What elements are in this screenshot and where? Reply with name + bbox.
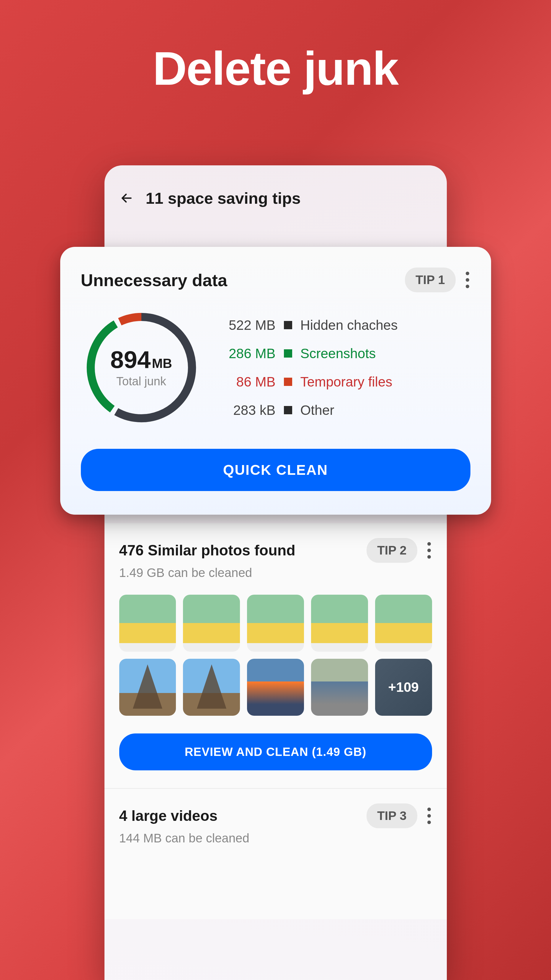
card-title: Unnecessary data — [81, 270, 227, 290]
category-size: 86 MB — [222, 374, 276, 390]
category-swatch-icon — [284, 349, 292, 358]
category-list: 522 MBHidden chaches286 MBScreenshots86 … — [222, 317, 467, 418]
category-name: Hidden chaches — [300, 317, 398, 333]
back-button[interactable] — [119, 191, 134, 205]
tip-card-large-videos: 4 large videos TIP 3 144 MB can be clean… — [105, 789, 447, 919]
quick-clean-button[interactable]: QUICK CLEAN — [81, 449, 470, 491]
photo-thumb[interactable] — [183, 595, 240, 652]
overflow-menu-button[interactable] — [465, 272, 470, 288]
tip-title: 476 Similar photos found — [119, 542, 295, 559]
tip-badge: TIP 2 — [367, 538, 417, 563]
category-item: 283 kBOther — [222, 402, 467, 418]
photo-thumb-more[interactable]: +109 — [375, 659, 432, 716]
overflow-menu-button[interactable] — [426, 808, 432, 824]
app-bar-title: 11 space saving tips — [146, 189, 301, 207]
featured-card-unnecessary-data: Unnecessary data TIP 1 894MB Total junk — [60, 247, 491, 515]
photo-thumb[interactable] — [375, 595, 432, 652]
photo-thumb[interactable] — [119, 595, 176, 652]
photo-thumb[interactable] — [311, 595, 368, 652]
donut-label: Total junk — [116, 375, 166, 388]
category-swatch-icon — [284, 378, 292, 386]
category-item: 86 MBTemporary files — [222, 374, 467, 390]
category-name: Temporary files — [300, 374, 392, 390]
photo-thumb[interactable] — [119, 659, 176, 716]
photo-thumb[interactable] — [247, 595, 304, 652]
category-size: 522 MB — [222, 317, 276, 333]
review-and-clean-button[interactable]: REVIEW AND CLEAN (1.49 GB) — [119, 733, 432, 770]
tip-subtitle: 144 MB can be cleaned — [119, 831, 432, 845]
tip-title: 4 large videos — [119, 807, 218, 824]
category-name: Other — [300, 402, 334, 418]
category-name: Screenshots — [300, 345, 376, 361]
category-size: 286 MB — [222, 345, 276, 361]
donut-value: 894 — [110, 346, 151, 373]
photo-thumb[interactable] — [247, 659, 304, 716]
category-swatch-icon — [284, 321, 292, 329]
tip-badge: TIP 1 — [405, 267, 456, 292]
category-swatch-icon — [284, 406, 292, 414]
arrow-left-icon — [120, 192, 133, 205]
photo-thumbnail-grid: +109 — [119, 595, 432, 716]
category-item: 286 MBScreenshots — [222, 345, 467, 361]
overflow-menu-button[interactable] — [426, 542, 432, 558]
photo-thumb[interactable] — [183, 659, 240, 716]
tip-badge: TIP 3 — [367, 803, 417, 828]
tip-card-similar-photos: 476 Similar photos found TIP 2 1.49 GB c… — [105, 523, 447, 789]
donut-chart: 894MB Total junk — [84, 310, 199, 425]
app-bar: 11 space saving tips — [105, 180, 447, 222]
category-item: 522 MBHidden chaches — [222, 317, 467, 333]
category-size: 283 kB — [222, 402, 276, 418]
donut-unit: MB — [152, 356, 172, 371]
phone-mockup: 11 space saving tips 476 Similar photos … — [105, 165, 447, 980]
tip-subtitle: 1.49 GB can be cleaned — [119, 566, 432, 580]
marketing-headline: Delete junk — [0, 0, 551, 95]
photo-thumb[interactable] — [311, 659, 368, 716]
